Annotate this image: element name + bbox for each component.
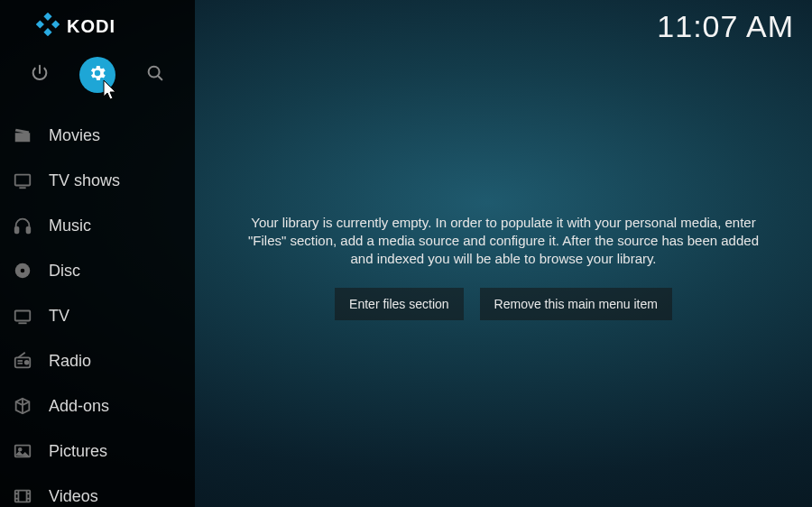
sidebar-item-videos[interactable]: Videos xyxy=(0,475,195,507)
empty-library-message: Your library is currently empty. In orde… xyxy=(240,214,767,269)
sidebar-item-radio[interactable]: Radio xyxy=(0,340,195,382)
sidebar-item-pictures[interactable]: Pictures xyxy=(0,430,195,472)
tv-icon xyxy=(11,304,34,327)
brand: KODI xyxy=(0,0,195,50)
main-menu: Movies TV shows Music Disc TV xyxy=(0,109,195,507)
headphones-icon xyxy=(11,214,34,237)
svg-point-15 xyxy=(25,361,29,364)
gear-icon xyxy=(88,63,107,87)
sidebar-item-addons[interactable]: Add-ons xyxy=(0,385,195,427)
sidebar-item-label: Movies xyxy=(49,126,100,145)
svg-rect-8 xyxy=(15,227,19,233)
pictures-icon xyxy=(11,439,34,463)
sidebar-item-label: TV shows xyxy=(49,171,120,190)
svg-point-11 xyxy=(21,269,25,273)
action-button-row: Enter files section Remove this main men… xyxy=(335,288,672,320)
disc-icon xyxy=(11,259,34,282)
sidebar-item-music[interactable]: Music xyxy=(0,205,195,246)
power-button[interactable] xyxy=(22,57,58,93)
settings-button[interactable] xyxy=(79,57,115,93)
search-icon xyxy=(145,63,165,87)
sidebar-item-movies[interactable]: Movies xyxy=(0,115,195,156)
remove-menu-item-button[interactable]: Remove this main menu item xyxy=(480,288,672,320)
sidebar-item-label: Add-ons xyxy=(49,397,109,416)
sidebar-item-label: Videos xyxy=(49,487,98,506)
power-icon xyxy=(30,63,50,87)
svg-rect-9 xyxy=(27,227,31,233)
sidebar-item-label: TV xyxy=(49,307,69,326)
svg-rect-6 xyxy=(15,175,31,186)
svg-rect-12 xyxy=(15,311,31,321)
kodi-logo-icon xyxy=(36,13,60,41)
sidebar-item-tvshows[interactable]: TV shows xyxy=(0,160,195,201)
sidebar: KODI xyxy=(0,0,195,507)
sidebar-item-label: Music xyxy=(49,217,91,235)
sidebar-item-disc[interactable]: Disc xyxy=(0,250,195,291)
svg-rect-2 xyxy=(51,20,60,28)
sidebar-item-tv[interactable]: TV xyxy=(0,295,195,336)
radio-icon xyxy=(11,349,34,373)
svg-rect-1 xyxy=(36,20,44,28)
sidebar-item-label: Pictures xyxy=(49,442,107,461)
brand-name: KODI xyxy=(67,16,115,37)
enter-files-button[interactable]: Enter files section xyxy=(335,288,464,320)
top-icon-row xyxy=(0,50,195,109)
tvshows-icon xyxy=(11,169,34,192)
svg-rect-0 xyxy=(43,13,51,21)
movies-icon xyxy=(11,124,34,147)
videos-icon xyxy=(11,484,34,507)
search-button[interactable] xyxy=(137,57,173,93)
sidebar-item-label: Disc xyxy=(49,262,80,281)
svg-point-20 xyxy=(19,448,22,451)
svg-rect-21 xyxy=(15,491,31,502)
svg-line-5 xyxy=(158,76,161,79)
addons-icon xyxy=(11,394,34,418)
svg-rect-3 xyxy=(43,28,51,36)
sidebar-item-label: Radio xyxy=(49,352,91,371)
main-content: Your library is currently empty. In orde… xyxy=(195,0,812,507)
